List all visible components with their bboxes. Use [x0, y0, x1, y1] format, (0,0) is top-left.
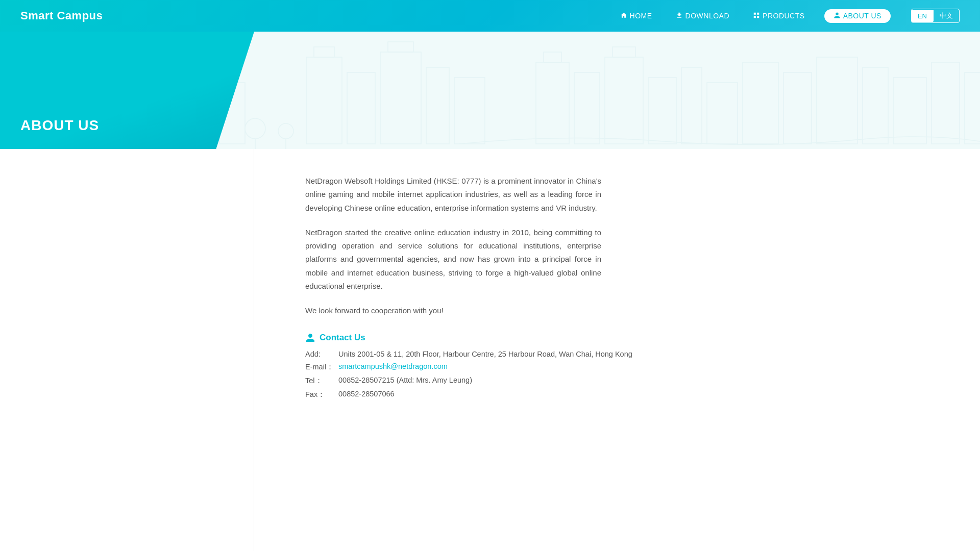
svg-rect-20 [544, 52, 561, 62]
contact-tel-label: Tel： [305, 376, 338, 386]
nav-download[interactable]: DOWNLOAD [672, 10, 733, 22]
home-icon [620, 12, 627, 20]
svg-rect-21 [574, 72, 600, 144]
contact-address-value: Units 2001-05 & 11, 20th Floor, Harbour … [338, 350, 632, 358]
svg-rect-30 [863, 67, 888, 144]
svg-rect-12 [306, 57, 342, 144]
svg-rect-33 [965, 72, 980, 144]
header: Smart Campus HOME DOWNLOAD PRODUCTS ABOU… [0, 0, 980, 32]
svg-rect-19 [536, 62, 569, 144]
contact-title: Contact Us [305, 333, 939, 343]
contact-tel-value: 00852-28507215 (Attd: Mrs. Amy Leung) [338, 376, 472, 384]
hero-panel: ABOUT US [0, 32, 254, 149]
svg-point-34 [245, 118, 265, 139]
nav-about[interactable]: ABOUT US [824, 9, 891, 23]
lang-zh-button[interactable]: 中文 [934, 9, 959, 22]
left-sidebar [0, 149, 254, 551]
about-paragraph-3: We look forward to cooperation with you! [305, 304, 601, 317]
nav: HOME DOWNLOAD PRODUCTS ABOUT US EN 中文 [616, 9, 960, 23]
lang-en-button[interactable]: EN [912, 10, 933, 22]
svg-rect-13 [314, 47, 334, 57]
svg-rect-27 [743, 62, 778, 144]
svg-rect-25 [681, 67, 702, 144]
svg-rect-31 [893, 78, 926, 144]
svg-rect-32 [932, 62, 960, 144]
svg-rect-22 [605, 57, 643, 144]
grid-icon [753, 12, 760, 20]
svg-rect-15 [380, 52, 421, 144]
hero-title: ABOUT US [20, 117, 99, 134]
nav-products[interactable]: PRODUCTS [749, 10, 809, 22]
nav-home-label: HOME [630, 12, 652, 20]
hero-banner: ABOUT US [0, 32, 980, 149]
contact-address-row: Add: Units 2001-05 & 11, 20th Floor, Har… [305, 350, 939, 358]
contact-email-value[interactable]: smartcampushk@netdragon.com [338, 362, 448, 370]
contact-fax-value: 00852-28507066 [338, 390, 395, 398]
svg-rect-23 [612, 47, 635, 57]
contact-title-text: Contact Us [320, 333, 365, 343]
svg-point-35 [278, 123, 293, 139]
svg-rect-14 [347, 72, 375, 144]
contact-person-icon [305, 333, 315, 343]
nav-products-label: PRODUCTS [763, 12, 805, 20]
contact-fax-label: Fax： [305, 390, 338, 399]
svg-rect-24 [648, 78, 676, 144]
contact-email-label: E-mail： [305, 362, 338, 372]
svg-rect-28 [783, 72, 812, 144]
contact-fax-row: Fax： 00852-28507066 [305, 390, 939, 399]
logo: Smart Campus [20, 9, 103, 22]
svg-rect-26 [707, 83, 738, 144]
contact-address-label: Add: [305, 350, 338, 358]
svg-rect-17 [426, 67, 449, 144]
nav-download-label: DOWNLOAD [685, 12, 729, 20]
contact-tel-row: Tel： 00852-28507215 (Attd: Mrs. Amy Leun… [305, 376, 939, 386]
main-content: NetDragon Websoft Holdings Limited (HKSE… [0, 149, 980, 551]
nav-about-label: ABOUT US [843, 12, 881, 20]
lang-switcher: EN 中文 [911, 9, 960, 23]
right-content: NetDragon Websoft Holdings Limited (HKSE… [254, 149, 980, 551]
contact-email-row: E-mail： smartcampushk@netdragon.com [305, 362, 939, 372]
about-paragraph-1: NetDragon Websoft Holdings Limited (HKSE… [305, 174, 601, 215]
nav-home[interactable]: HOME [616, 10, 656, 22]
download-icon [676, 12, 683, 20]
about-paragraph-2: NetDragon started the creative online ed… [305, 226, 601, 293]
svg-rect-29 [817, 57, 857, 144]
svg-rect-16 [388, 42, 413, 52]
svg-rect-18 [454, 78, 485, 144]
contact-section: Contact Us Add: Units 2001-05 & 11, 20th… [305, 333, 939, 399]
person-icon [834, 12, 841, 20]
